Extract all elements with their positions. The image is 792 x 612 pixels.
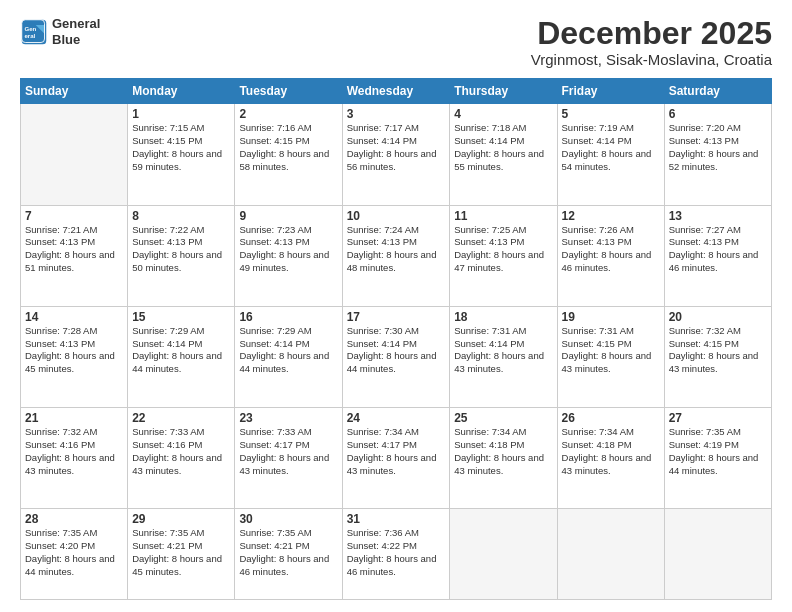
day-number: 1 [132,107,230,121]
calendar-cell [557,509,664,600]
day-info: Sunrise: 7:34 AMSunset: 4:18 PMDaylight:… [454,426,552,477]
day-number: 2 [239,107,337,121]
calendar-cell: 29Sunrise: 7:35 AMSunset: 4:21 PMDayligh… [128,509,235,600]
day-info: Sunrise: 7:35 AMSunset: 4:21 PMDaylight:… [132,527,230,578]
calendar-title: December 2025 [531,16,772,51]
day-number: 17 [347,310,446,324]
calendar-cell: 27Sunrise: 7:35 AMSunset: 4:19 PMDayligh… [664,408,771,509]
weekday-header-wednesday: Wednesday [342,79,450,104]
day-number: 12 [562,209,660,223]
calendar-table: SundayMondayTuesdayWednesdayThursdayFrid… [20,78,772,600]
day-number: 28 [25,512,123,526]
week-row-1: 1Sunrise: 7:15 AMSunset: 4:15 PMDaylight… [21,104,772,205]
day-number: 9 [239,209,337,223]
weekday-header-thursday: Thursday [450,79,557,104]
calendar-cell: 30Sunrise: 7:35 AMSunset: 4:21 PMDayligh… [235,509,342,600]
page: Gen eral General Blue December 2025 Vrgi… [0,0,792,612]
weekday-header-tuesday: Tuesday [235,79,342,104]
day-info: Sunrise: 7:20 AMSunset: 4:13 PMDaylight:… [669,122,767,173]
week-row-5: 28Sunrise: 7:35 AMSunset: 4:20 PMDayligh… [21,509,772,600]
day-number: 15 [132,310,230,324]
title-block: December 2025 Vrginmost, Sisak-Moslavina… [531,16,772,68]
day-number: 22 [132,411,230,425]
calendar-cell: 3Sunrise: 7:17 AMSunset: 4:14 PMDaylight… [342,104,450,205]
day-number: 7 [25,209,123,223]
week-row-3: 14Sunrise: 7:28 AMSunset: 4:13 PMDayligh… [21,306,772,407]
calendar-cell: 12Sunrise: 7:26 AMSunset: 4:13 PMDayligh… [557,205,664,306]
day-number: 11 [454,209,552,223]
day-info: Sunrise: 7:19 AMSunset: 4:14 PMDaylight:… [562,122,660,173]
day-number: 8 [132,209,230,223]
day-number: 13 [669,209,767,223]
day-number: 30 [239,512,337,526]
day-info: Sunrise: 7:24 AMSunset: 4:13 PMDaylight:… [347,224,446,275]
calendar-cell: 4Sunrise: 7:18 AMSunset: 4:14 PMDaylight… [450,104,557,205]
day-number: 19 [562,310,660,324]
calendar-cell: 26Sunrise: 7:34 AMSunset: 4:18 PMDayligh… [557,408,664,509]
day-info: Sunrise: 7:27 AMSunset: 4:13 PMDaylight:… [669,224,767,275]
day-info: Sunrise: 7:32 AMSunset: 4:15 PMDaylight:… [669,325,767,376]
svg-text:eral: eral [24,32,35,39]
logo-line1: General [52,16,100,32]
day-number: 27 [669,411,767,425]
day-number: 21 [25,411,123,425]
calendar-cell: 31Sunrise: 7:36 AMSunset: 4:22 PMDayligh… [342,509,450,600]
day-info: Sunrise: 7:28 AMSunset: 4:13 PMDaylight:… [25,325,123,376]
calendar-cell: 23Sunrise: 7:33 AMSunset: 4:17 PMDayligh… [235,408,342,509]
day-number: 23 [239,411,337,425]
calendar-cell [664,509,771,600]
day-info: Sunrise: 7:15 AMSunset: 4:15 PMDaylight:… [132,122,230,173]
svg-text:Gen: Gen [24,25,36,32]
calendar-cell: 18Sunrise: 7:31 AMSunset: 4:14 PMDayligh… [450,306,557,407]
day-number: 18 [454,310,552,324]
calendar-cell [450,509,557,600]
day-info: Sunrise: 7:17 AMSunset: 4:14 PMDaylight:… [347,122,446,173]
day-info: Sunrise: 7:33 AMSunset: 4:17 PMDaylight:… [239,426,337,477]
calendar-cell: 20Sunrise: 7:32 AMSunset: 4:15 PMDayligh… [664,306,771,407]
day-number: 5 [562,107,660,121]
day-info: Sunrise: 7:16 AMSunset: 4:15 PMDaylight:… [239,122,337,173]
calendar-cell: 14Sunrise: 7:28 AMSunset: 4:13 PMDayligh… [21,306,128,407]
day-info: Sunrise: 7:34 AMSunset: 4:18 PMDaylight:… [562,426,660,477]
calendar-cell: 28Sunrise: 7:35 AMSunset: 4:20 PMDayligh… [21,509,128,600]
day-info: Sunrise: 7:30 AMSunset: 4:14 PMDaylight:… [347,325,446,376]
calendar-cell: 17Sunrise: 7:30 AMSunset: 4:14 PMDayligh… [342,306,450,407]
day-info: Sunrise: 7:29 AMSunset: 4:14 PMDaylight:… [239,325,337,376]
calendar-cell: 19Sunrise: 7:31 AMSunset: 4:15 PMDayligh… [557,306,664,407]
weekday-header-sunday: Sunday [21,79,128,104]
logo: Gen eral General Blue [20,16,100,47]
day-number: 4 [454,107,552,121]
calendar-cell: 7Sunrise: 7:21 AMSunset: 4:13 PMDaylight… [21,205,128,306]
day-info: Sunrise: 7:25 AMSunset: 4:13 PMDaylight:… [454,224,552,275]
day-info: Sunrise: 7:18 AMSunset: 4:14 PMDaylight:… [454,122,552,173]
day-number: 31 [347,512,446,526]
calendar-cell: 25Sunrise: 7:34 AMSunset: 4:18 PMDayligh… [450,408,557,509]
day-number: 24 [347,411,446,425]
calendar-cell: 15Sunrise: 7:29 AMSunset: 4:14 PMDayligh… [128,306,235,407]
day-info: Sunrise: 7:32 AMSunset: 4:16 PMDaylight:… [25,426,123,477]
day-number: 25 [454,411,552,425]
weekday-header-monday: Monday [128,79,235,104]
day-number: 26 [562,411,660,425]
week-row-2: 7Sunrise: 7:21 AMSunset: 4:13 PMDaylight… [21,205,772,306]
day-number: 6 [669,107,767,121]
day-info: Sunrise: 7:35 AMSunset: 4:21 PMDaylight:… [239,527,337,578]
day-number: 14 [25,310,123,324]
day-number: 29 [132,512,230,526]
calendar-subtitle: Vrginmost, Sisak-Moslavina, Croatia [531,51,772,68]
day-info: Sunrise: 7:36 AMSunset: 4:22 PMDaylight:… [347,527,446,578]
weekday-header-row: SundayMondayTuesdayWednesdayThursdayFrid… [21,79,772,104]
day-number: 10 [347,209,446,223]
day-info: Sunrise: 7:21 AMSunset: 4:13 PMDaylight:… [25,224,123,275]
calendar-cell: 5Sunrise: 7:19 AMSunset: 4:14 PMDaylight… [557,104,664,205]
week-row-4: 21Sunrise: 7:32 AMSunset: 4:16 PMDayligh… [21,408,772,509]
calendar-cell: 2Sunrise: 7:16 AMSunset: 4:15 PMDaylight… [235,104,342,205]
calendar-cell: 6Sunrise: 7:20 AMSunset: 4:13 PMDaylight… [664,104,771,205]
weekday-header-friday: Friday [557,79,664,104]
day-info: Sunrise: 7:33 AMSunset: 4:16 PMDaylight:… [132,426,230,477]
calendar-cell: 21Sunrise: 7:32 AMSunset: 4:16 PMDayligh… [21,408,128,509]
day-info: Sunrise: 7:35 AMSunset: 4:19 PMDaylight:… [669,426,767,477]
logo-icon: Gen eral [20,18,48,46]
day-info: Sunrise: 7:29 AMSunset: 4:14 PMDaylight:… [132,325,230,376]
calendar-cell: 24Sunrise: 7:34 AMSunset: 4:17 PMDayligh… [342,408,450,509]
